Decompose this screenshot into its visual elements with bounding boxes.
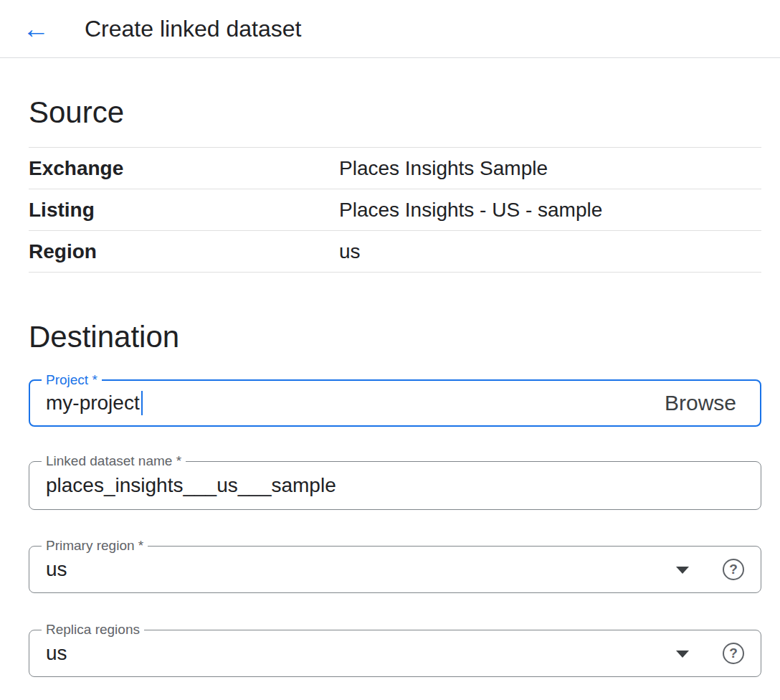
main-content: Source Exchange Places Insights Sample L… [0, 95, 780, 677]
table-row-exchange: Exchange Places Insights Sample [29, 148, 761, 189]
replica-regions-select[interactable]: Replica regions us ? [29, 630, 761, 677]
primary-region-label: Primary region * [42, 537, 148, 554]
listing-value: Places Insights - US - sample [339, 199, 761, 222]
help-icon[interactable]: ? [723, 559, 744, 580]
dropdown-arrow-icon[interactable] [676, 651, 689, 658]
exchange-value: Places Insights Sample [339, 157, 761, 180]
primary-region-select[interactable]: Primary region * us ? [29, 546, 761, 593]
table-row-region: Region us [29, 231, 761, 273]
linked-dataset-name-label: Linked dataset name * [42, 453, 186, 470]
text-cursor [141, 391, 143, 415]
page-title: Create linked dataset [85, 16, 301, 42]
help-icon[interactable]: ? [723, 643, 744, 664]
browse-button[interactable]: Browse [665, 391, 736, 415]
back-button[interactable]: ← [20, 13, 52, 44]
replica-regions-label: Replica regions [42, 621, 144, 638]
dropdown-arrow-icon[interactable] [676, 567, 689, 574]
table-row-listing: Listing Places Insights - US - sample [29, 189, 761, 231]
linked-dataset-name-field[interactable]: Linked dataset name * places_insights___… [29, 461, 761, 510]
back-arrow-icon: ← [22, 15, 49, 42]
replica-regions-value: us [46, 642, 67, 665]
exchange-label: Exchange [29, 157, 339, 180]
project-input[interactable]: my-project [46, 392, 140, 415]
source-heading: Source [29, 95, 761, 130]
project-field[interactable]: Project * my-project Browse [29, 379, 761, 427]
header: ← Create linked dataset [0, 0, 780, 58]
region-value: us [339, 240, 761, 263]
source-table: Exchange Places Insights Sample Listing … [29, 147, 761, 273]
listing-label: Listing [29, 199, 339, 222]
project-field-label: Project * [42, 372, 102, 389]
linked-dataset-name-input[interactable]: places_insights___us___sample [46, 474, 336, 497]
region-label: Region [29, 240, 339, 263]
primary-region-value: us [46, 558, 67, 581]
destination-heading: Destination [29, 320, 761, 354]
